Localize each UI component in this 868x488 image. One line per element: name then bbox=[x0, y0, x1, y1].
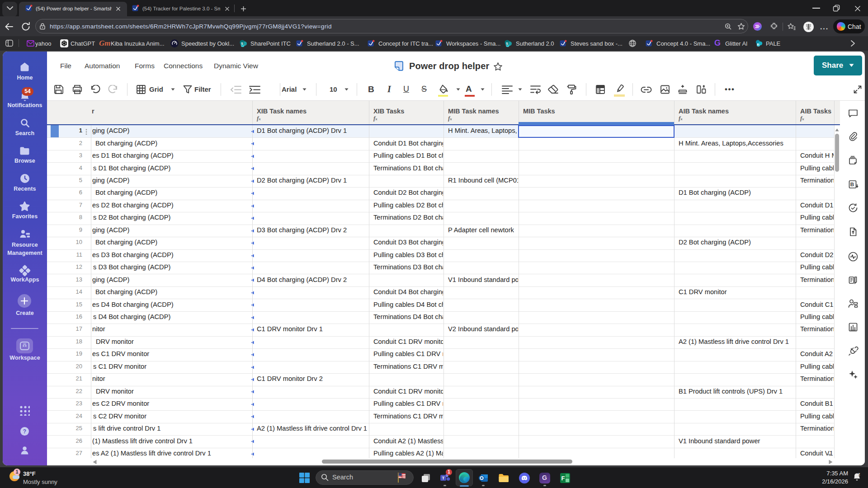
svg-text:S: S bbox=[241, 42, 243, 46]
svg-text:z: z bbox=[858, 473, 860, 476]
svg-text:F: F bbox=[561, 475, 565, 482]
svg-text:B: B bbox=[850, 182, 854, 187]
svg-text:S: S bbox=[506, 42, 508, 46]
svg-text:T: T bbox=[442, 475, 445, 480]
svg-text:?: ? bbox=[23, 428, 26, 435]
svg-text:s: s bbox=[757, 42, 759, 46]
